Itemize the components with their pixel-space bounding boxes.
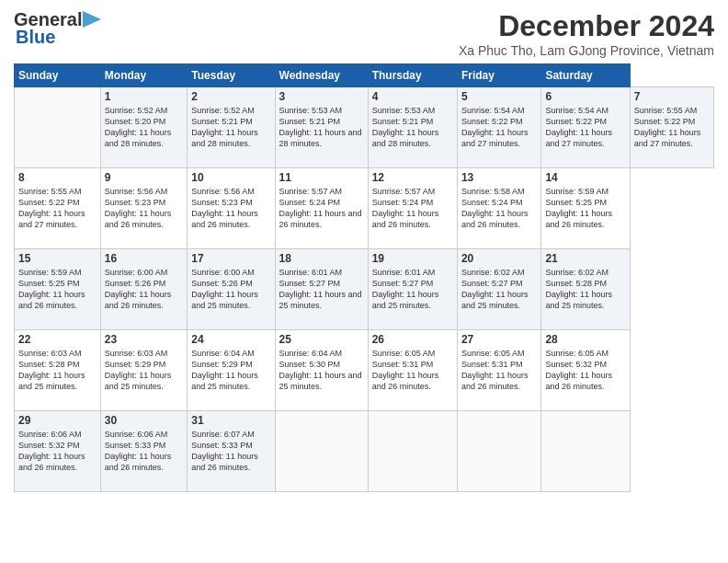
day-number: 12 <box>372 171 453 184</box>
title-section: December 2024 Xa Phuc Tho, Lam GJong Pro… <box>459 9 714 58</box>
day-info: Sunrise: 5:52 AMSunset: 5:21 PMDaylight:… <box>191 105 270 150</box>
day-number: 17 <box>191 252 270 265</box>
calendar-cell: 17Sunrise: 6:00 AMSunset: 5:26 PMDayligh… <box>188 249 275 330</box>
calendar-cell: 19Sunrise: 6:01 AMSunset: 5:27 PMDayligh… <box>368 249 457 330</box>
day-number: 25 <box>279 333 364 346</box>
calendar-cell <box>368 411 457 492</box>
day-number: 3 <box>279 90 364 103</box>
day-info: Sunrise: 5:59 AMSunset: 5:25 PMDaylight:… <box>545 186 625 231</box>
calendar-cell <box>275 411 368 492</box>
calendar-cell: 15Sunrise: 5:59 AMSunset: 5:25 PMDayligh… <box>15 249 101 330</box>
day-info: Sunrise: 6:06 AMSunset: 5:32 PMDaylight:… <box>18 429 97 474</box>
calendar-cell: 3Sunrise: 5:53 AMSunset: 5:21 PMDaylight… <box>275 87 368 168</box>
day-number: 14 <box>545 171 625 184</box>
day-info: Sunrise: 5:52 AMSunset: 5:20 PMDaylight:… <box>105 105 183 150</box>
day-number: 24 <box>191 333 270 346</box>
day-info: Sunrise: 6:03 AMSunset: 5:29 PMDaylight:… <box>105 348 183 393</box>
calendar-week-row: 1Sunrise: 5:52 AMSunset: 5:20 PMDaylight… <box>15 87 714 168</box>
calendar-cell: 22Sunrise: 6:03 AMSunset: 5:28 PMDayligh… <box>15 330 101 411</box>
day-number: 19 <box>372 252 453 265</box>
logo-arrow-icon <box>83 11 101 28</box>
calendar-day-header: Sunday <box>15 64 101 87</box>
day-info: Sunrise: 6:05 AMSunset: 5:31 PMDaylight:… <box>461 348 538 393</box>
day-number: 27 <box>461 333 538 346</box>
day-number: 16 <box>105 252 183 265</box>
day-info: Sunrise: 6:01 AMSunset: 5:27 PMDaylight:… <box>372 267 453 312</box>
day-info: Sunrise: 6:01 AMSunset: 5:27 PMDaylight:… <box>279 267 364 312</box>
day-number: 21 <box>545 252 625 265</box>
calendar-week-row: 15Sunrise: 5:59 AMSunset: 5:25 PMDayligh… <box>15 249 714 330</box>
day-number: 10 <box>191 171 270 184</box>
day-info: Sunrise: 6:02 AMSunset: 5:27 PMDaylight:… <box>461 267 538 312</box>
day-number: 6 <box>545 90 625 103</box>
calendar-cell: 11Sunrise: 5:57 AMSunset: 5:24 PMDayligh… <box>275 168 368 249</box>
calendar-cell <box>457 411 541 492</box>
day-info: Sunrise: 6:07 AMSunset: 5:33 PMDaylight:… <box>191 429 270 474</box>
day-info: Sunrise: 5:55 AMSunset: 5:22 PMDaylight:… <box>634 105 710 150</box>
day-number: 1 <box>105 90 183 103</box>
day-info: Sunrise: 6:05 AMSunset: 5:32 PMDaylight:… <box>545 348 625 393</box>
day-number: 20 <box>461 252 538 265</box>
calendar-cell: 29Sunrise: 6:06 AMSunset: 5:32 PMDayligh… <box>15 411 101 492</box>
day-number: 23 <box>105 333 183 346</box>
calendar-cell: 14Sunrise: 5:59 AMSunset: 5:25 PMDayligh… <box>541 168 630 249</box>
day-info: Sunrise: 5:55 AMSunset: 5:22 PMDaylight:… <box>18 186 97 231</box>
calendar-table: SundayMondayTuesdayWednesdayThursdayFrid… <box>14 63 714 492</box>
calendar-cell: 27Sunrise: 6:05 AMSunset: 5:31 PMDayligh… <box>457 330 541 411</box>
calendar-cell: 4Sunrise: 5:53 AMSunset: 5:21 PMDaylight… <box>368 87 457 168</box>
logo: General Blue <box>14 9 101 48</box>
day-info: Sunrise: 6:06 AMSunset: 5:33 PMDaylight:… <box>105 429 183 474</box>
calendar-cell: 9Sunrise: 5:56 AMSunset: 5:23 PMDaylight… <box>100 168 187 249</box>
calendar-cell: 1Sunrise: 5:52 AMSunset: 5:20 PMDaylight… <box>100 87 187 168</box>
day-number: 29 <box>18 414 97 427</box>
day-number: 18 <box>279 252 364 265</box>
calendar-cell: 21Sunrise: 6:02 AMSunset: 5:28 PMDayligh… <box>541 249 630 330</box>
day-info: Sunrise: 6:00 AMSunset: 5:26 PMDaylight:… <box>191 267 270 312</box>
calendar-day-header: Monday <box>100 64 187 87</box>
day-info: Sunrise: 5:56 AMSunset: 5:23 PMDaylight:… <box>105 186 183 231</box>
day-info: Sunrise: 5:59 AMSunset: 5:25 PMDaylight:… <box>18 267 97 312</box>
day-number: 31 <box>191 414 270 427</box>
day-number: 4 <box>372 90 453 103</box>
page: General Blue December 2024 Xa Phuc Tho, … <box>0 0 728 563</box>
day-number: 5 <box>461 90 538 103</box>
day-number: 13 <box>461 171 538 184</box>
day-number: 2 <box>191 90 270 103</box>
day-info: Sunrise: 6:02 AMSunset: 5:28 PMDaylight:… <box>545 267 625 312</box>
day-info: Sunrise: 5:54 AMSunset: 5:22 PMDaylight:… <box>461 105 538 150</box>
calendar-day-header: Tuesday <box>188 64 275 87</box>
day-info: Sunrise: 6:04 AMSunset: 5:29 PMDaylight:… <box>191 348 270 393</box>
calendar-cell <box>541 411 630 492</box>
day-info: Sunrise: 5:54 AMSunset: 5:22 PMDaylight:… <box>545 105 625 150</box>
day-number: 11 <box>279 171 364 184</box>
calendar-cell: 8Sunrise: 5:55 AMSunset: 5:22 PMDaylight… <box>15 168 101 249</box>
day-number: 30 <box>105 414 183 427</box>
day-number: 22 <box>18 333 97 346</box>
day-info: Sunrise: 5:53 AMSunset: 5:21 PMDaylight:… <box>372 105 453 150</box>
calendar-cell: 2Sunrise: 5:52 AMSunset: 5:21 PMDaylight… <box>188 87 275 168</box>
calendar-day-header: Saturday <box>541 64 630 87</box>
calendar-cell: 13Sunrise: 5:58 AMSunset: 5:24 PMDayligh… <box>457 168 541 249</box>
calendar-week-row: 22Sunrise: 6:03 AMSunset: 5:28 PMDayligh… <box>15 330 714 411</box>
calendar-cell: 20Sunrise: 6:02 AMSunset: 5:27 PMDayligh… <box>457 249 541 330</box>
calendar-cell: 23Sunrise: 6:03 AMSunset: 5:29 PMDayligh… <box>100 330 187 411</box>
calendar-cell: 12Sunrise: 5:57 AMSunset: 5:24 PMDayligh… <box>368 168 457 249</box>
day-info: Sunrise: 5:56 AMSunset: 5:23 PMDaylight:… <box>191 186 270 231</box>
main-title: December 2024 <box>459 9 714 43</box>
subtitle: Xa Phuc Tho, Lam GJong Province, Vietnam <box>459 43 714 58</box>
calendar-cell: 10Sunrise: 5:56 AMSunset: 5:23 PMDayligh… <box>188 168 275 249</box>
calendar-cell: 6Sunrise: 5:54 AMSunset: 5:22 PMDaylight… <box>541 87 630 168</box>
calendar-cell: 16Sunrise: 6:00 AMSunset: 5:26 PMDayligh… <box>100 249 187 330</box>
calendar-cell: 24Sunrise: 6:04 AMSunset: 5:29 PMDayligh… <box>188 330 275 411</box>
calendar-cell: 26Sunrise: 6:05 AMSunset: 5:31 PMDayligh… <box>368 330 457 411</box>
calendar-day-header: Friday <box>457 64 541 87</box>
day-number: 7 <box>634 90 710 103</box>
calendar-header-row: SundayMondayTuesdayWednesdayThursdayFrid… <box>15 64 714 87</box>
calendar-cell: 7Sunrise: 5:55 AMSunset: 5:22 PMDaylight… <box>630 87 713 168</box>
calendar-week-row: 8Sunrise: 5:55 AMSunset: 5:22 PMDaylight… <box>15 168 714 249</box>
day-number: 26 <box>372 333 453 346</box>
day-number: 28 <box>545 333 625 346</box>
calendar-cell: 31Sunrise: 6:07 AMSunset: 5:33 PMDayligh… <box>188 411 275 492</box>
day-info: Sunrise: 6:04 AMSunset: 5:30 PMDaylight:… <box>279 348 364 393</box>
header: General Blue December 2024 Xa Phuc Tho, … <box>14 9 714 58</box>
